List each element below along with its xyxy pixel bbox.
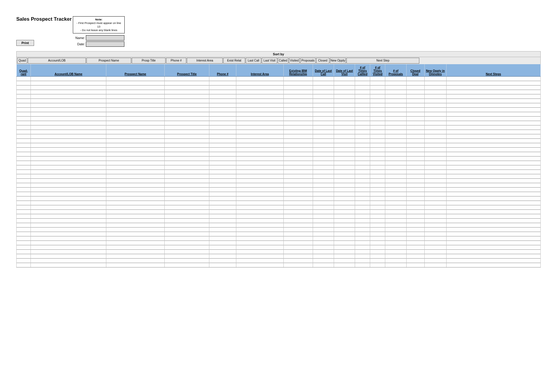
cell[interactable] (17, 241, 31, 245)
cell[interactable] (165, 77, 209, 81)
cell[interactable] (446, 108, 541, 112)
cell[interactable] (17, 201, 31, 205)
cell[interactable] (283, 183, 313, 188)
cell[interactable] (446, 148, 541, 152)
cell[interactable] (17, 223, 31, 228)
cell[interactable] (283, 81, 313, 86)
cell[interactable] (370, 148, 385, 152)
cell[interactable] (446, 183, 541, 188)
cell[interactable] (370, 219, 385, 223)
cell[interactable] (31, 241, 106, 245)
cell[interactable] (446, 228, 541, 232)
cell[interactable] (283, 86, 313, 90)
cell[interactable] (106, 165, 165, 170)
cell[interactable] (355, 77, 370, 81)
cell[interactable] (355, 108, 370, 112)
cell[interactable] (355, 223, 370, 228)
cell[interactable] (209, 77, 236, 81)
cell[interactable] (313, 179, 334, 183)
cell[interactable] (355, 94, 370, 99)
cell[interactable] (165, 134, 209, 139)
cell[interactable] (106, 188, 165, 192)
cell[interactable] (385, 77, 406, 81)
cell[interactable] (106, 94, 165, 99)
cell[interactable] (370, 165, 385, 170)
cell[interactable] (355, 259, 370, 263)
cell[interactable] (236, 139, 283, 143)
cell[interactable] (209, 214, 236, 219)
cell[interactable] (385, 143, 406, 148)
cell[interactable] (106, 192, 165, 196)
cell[interactable] (31, 188, 106, 192)
cell[interactable] (106, 134, 165, 139)
sort-button-phone-[interactable]: Phone # (166, 58, 186, 64)
cell[interactable] (17, 130, 31, 134)
cell[interactable] (355, 219, 370, 223)
cell[interactable] (106, 161, 165, 165)
cell[interactable] (209, 192, 236, 196)
cell[interactable] (406, 94, 424, 99)
cell[interactable] (17, 77, 31, 81)
sort-button-interest-area[interactable]: Interest Area (187, 58, 223, 64)
cell[interactable] (385, 236, 406, 241)
cell[interactable] (406, 254, 424, 259)
cell[interactable] (17, 263, 31, 267)
cell[interactable] (370, 117, 385, 121)
cell[interactable] (283, 245, 313, 250)
cell[interactable] (385, 214, 406, 219)
cell[interactable] (406, 196, 424, 201)
cell[interactable] (313, 205, 334, 210)
cell[interactable] (313, 165, 334, 170)
cell[interactable] (406, 81, 424, 86)
cell[interactable] (209, 165, 236, 170)
cell[interactable] (355, 157, 370, 161)
cell[interactable] (106, 228, 165, 232)
cell[interactable] (355, 134, 370, 139)
cell[interactable] (283, 112, 313, 117)
cell[interactable] (31, 99, 106, 103)
cell[interactable] (31, 192, 106, 196)
cell[interactable] (283, 179, 313, 183)
cell[interactable] (165, 263, 209, 267)
cell[interactable] (446, 121, 541, 125)
cell[interactable] (17, 196, 31, 201)
cell[interactable] (355, 228, 370, 232)
sort-button-prospect-name[interactable]: Prospect Name (86, 58, 131, 64)
cell[interactable] (17, 183, 31, 188)
cell[interactable] (406, 117, 424, 121)
cell[interactable] (17, 103, 31, 108)
cell[interactable] (355, 90, 370, 94)
cell[interactable] (406, 205, 424, 210)
cell[interactable] (165, 179, 209, 183)
cell[interactable] (31, 112, 106, 117)
cell[interactable] (236, 117, 283, 121)
cell[interactable] (165, 174, 209, 179)
cell[interactable] (31, 139, 106, 143)
cell[interactable] (17, 254, 31, 259)
date-input[interactable] (86, 41, 124, 47)
cell[interactable] (406, 161, 424, 165)
cell[interactable] (406, 241, 424, 245)
cell[interactable] (370, 259, 385, 263)
cell[interactable] (370, 192, 385, 196)
cell[interactable] (446, 201, 541, 205)
cell[interactable] (106, 152, 165, 157)
cell[interactable] (17, 117, 31, 121)
cell[interactable] (165, 130, 209, 134)
cell[interactable] (106, 259, 165, 263)
cell[interactable] (236, 263, 283, 267)
cell[interactable] (334, 94, 355, 99)
cell[interactable] (313, 170, 334, 174)
cell[interactable] (209, 254, 236, 259)
cell[interactable] (236, 143, 283, 148)
cell[interactable] (31, 161, 106, 165)
cell[interactable] (406, 188, 424, 192)
cell[interactable] (17, 86, 31, 90)
cell[interactable] (355, 201, 370, 205)
cell[interactable] (236, 236, 283, 241)
cell[interactable] (283, 254, 313, 259)
cell[interactable] (17, 192, 31, 196)
cell[interactable] (334, 254, 355, 259)
cell[interactable] (446, 241, 541, 245)
cell[interactable] (106, 148, 165, 152)
